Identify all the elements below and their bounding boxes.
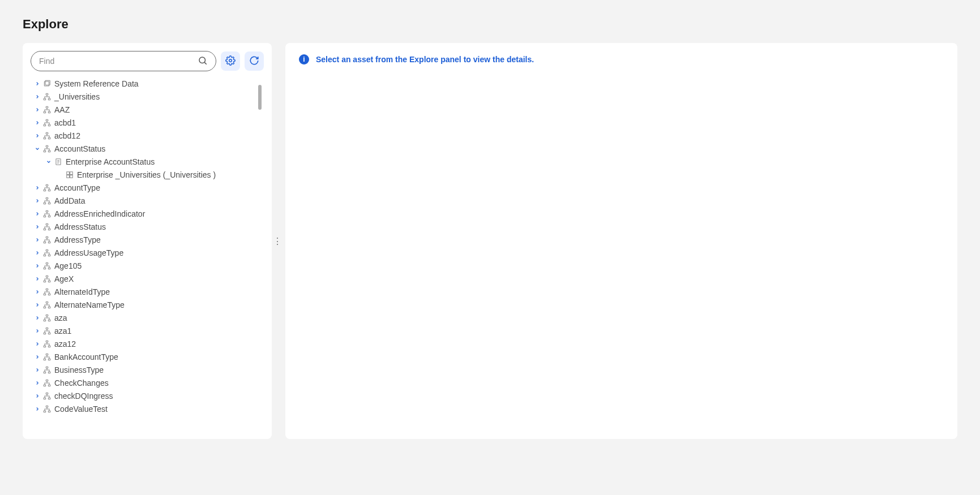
chevron-right-icon[interactable] <box>33 315 42 321</box>
svg-rect-15 <box>44 137 46 139</box>
tree-node[interactable]: AddressStatus <box>31 220 260 233</box>
svg-rect-69 <box>48 358 50 360</box>
tree-node[interactable]: AddressType <box>31 233 260 246</box>
tree-node[interactable]: aza12 <box>31 337 260 350</box>
hier-icon <box>42 119 52 127</box>
chevron-right-icon[interactable] <box>33 289 42 295</box>
chevron-right-icon[interactable] <box>33 120 42 126</box>
tree-node[interactable]: Enterprise _Universities (_Universities … <box>31 168 260 181</box>
tree-node-label: acbd12 <box>54 131 80 140</box>
chevron-right-icon[interactable] <box>33 81 42 87</box>
svg-rect-66 <box>48 345 50 347</box>
hier-icon <box>42 145 52 153</box>
hier-icon <box>42 301 52 309</box>
hier-icon <box>42 132 52 140</box>
svg-rect-30 <box>48 189 50 191</box>
svg-rect-70 <box>46 367 48 368</box>
svg-rect-56 <box>44 306 46 308</box>
svg-rect-9 <box>44 111 46 113</box>
tree-node-label: Enterprise _Universities (_Universities … <box>77 170 216 179</box>
hier-icon <box>42 249 52 257</box>
svg-rect-35 <box>44 215 46 217</box>
tree-node[interactable]: AccountType <box>31 181 260 194</box>
tree-node[interactable]: AccountStatus <box>31 142 260 155</box>
svg-rect-65 <box>44 345 46 347</box>
scrollbar-thumb[interactable] <box>258 85 262 110</box>
tree-node[interactable]: AAZ <box>31 103 260 116</box>
tree-node[interactable]: System Reference Data <box>31 77 260 90</box>
svg-rect-37 <box>46 223 48 225</box>
svg-rect-36 <box>48 215 50 217</box>
tree-node-label: AlternateNameType <box>54 300 125 309</box>
svg-rect-48 <box>48 267 50 269</box>
tree-node-label: AddressType <box>54 235 101 244</box>
search-input[interactable] <box>39 57 198 66</box>
chevron-right-icon[interactable] <box>33 94 42 100</box>
svg-rect-40 <box>46 236 48 238</box>
chevron-right-icon[interactable] <box>33 107 42 113</box>
tree-node[interactable]: CodeValueTest <box>31 402 260 415</box>
chevron-right-icon[interactable] <box>33 224 42 230</box>
svg-rect-4 <box>45 80 50 85</box>
chevron-right-icon[interactable] <box>33 185 42 191</box>
svg-rect-39 <box>48 228 50 230</box>
tree-node[interactable]: acbd1 <box>31 116 260 129</box>
chevron-right-icon[interactable] <box>33 133 42 139</box>
chevron-right-icon[interactable] <box>33 367 42 373</box>
chevron-down-icon[interactable] <box>33 146 42 152</box>
tree[interactable]: System Reference Data_UniversitiesAAZacb… <box>31 77 264 431</box>
chevron-right-icon[interactable] <box>33 250 42 256</box>
svg-rect-28 <box>46 184 48 186</box>
svg-rect-24 <box>67 171 70 174</box>
chevron-right-icon[interactable] <box>33 237 42 243</box>
tree-node-label: aza12 <box>54 339 76 348</box>
tree-node[interactable]: acbd12 <box>31 129 260 142</box>
tree-node[interactable]: AgeX <box>31 272 260 285</box>
splitter-handle[interactable]: ⋮ <box>273 236 282 247</box>
tree-node-label: BankAccountType <box>54 352 118 361</box>
hier-icon <box>42 340 52 348</box>
tree-node-label: BusinessType <box>54 365 104 375</box>
hier-icon <box>42 327 52 335</box>
settings-button[interactable] <box>221 51 240 71</box>
chevron-right-icon[interactable] <box>33 406 42 412</box>
chevron-right-icon[interactable] <box>33 198 42 204</box>
chevron-right-icon[interactable] <box>33 341 42 347</box>
chevron-right-icon[interactable] <box>33 328 42 334</box>
info-message: Select an asset from the Explore panel t… <box>316 55 534 64</box>
tree-node[interactable]: aza <box>31 311 260 324</box>
tree-node[interactable]: Enterprise AccountStatus <box>31 155 260 168</box>
chevron-right-icon[interactable] <box>33 302 42 308</box>
chevron-right-icon[interactable] <box>33 276 42 282</box>
refresh-button[interactable] <box>245 51 264 71</box>
chevron-right-icon[interactable] <box>33 393 42 399</box>
chevron-down-icon[interactable] <box>44 159 53 165</box>
tree-node-label: AccountStatus <box>54 144 105 153</box>
search-icon[interactable] <box>198 55 208 67</box>
svg-rect-32 <box>44 202 46 204</box>
tree-node[interactable]: AddressUsageType <box>31 246 260 259</box>
svg-rect-49 <box>46 276 48 277</box>
chevron-right-icon[interactable] <box>33 211 42 217</box>
tree-node[interactable]: BusinessType <box>31 363 260 376</box>
chevron-right-icon[interactable] <box>33 380 42 386</box>
tree-node[interactable]: AlternateNameType <box>31 298 260 311</box>
tree-node[interactable]: CheckChanges <box>31 376 260 389</box>
hier-icon <box>42 106 52 114</box>
chevron-right-icon[interactable] <box>33 263 42 269</box>
tree-node[interactable]: _Universities <box>31 90 260 103</box>
chevron-right-icon[interactable] <box>33 354 42 360</box>
tree-node[interactable]: AddData <box>31 194 260 207</box>
svg-rect-64 <box>46 341 48 342</box>
svg-rect-68 <box>44 358 46 360</box>
tree-node[interactable]: AlternateIdType <box>31 285 260 298</box>
tree-node[interactable]: aza1 <box>31 324 260 337</box>
svg-rect-18 <box>44 150 46 152</box>
explore-panel: System Reference Data_UniversitiesAAZacb… <box>23 43 272 439</box>
tree-node[interactable]: checkDQIngress <box>31 389 260 402</box>
tree-node[interactable]: AddressEnrichedIndicator <box>31 207 260 220</box>
tree-node[interactable]: BankAccountType <box>31 350 260 363</box>
tree-node[interactable]: Age105 <box>31 259 260 272</box>
search-box[interactable] <box>31 51 216 71</box>
svg-rect-74 <box>44 384 46 386</box>
